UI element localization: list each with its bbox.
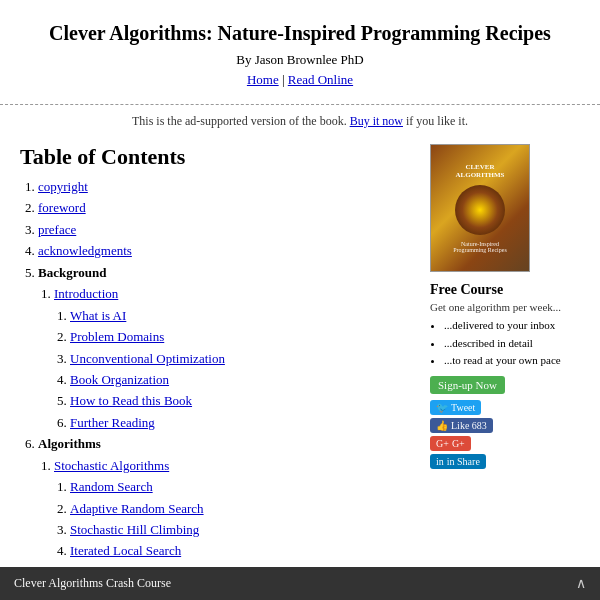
list-item: Random Search bbox=[70, 476, 420, 497]
crash-course-bar[interactable]: Clever Algorithms Crash Course ∧ bbox=[0, 567, 600, 600]
list-item: How to Read this Book bbox=[70, 390, 420, 411]
nav-links: Home | Read Online bbox=[20, 72, 580, 88]
share-label: in Share bbox=[447, 456, 480, 467]
home-link[interactable]: Home bbox=[247, 72, 279, 87]
toc-link-preface[interactable]: preface bbox=[38, 222, 76, 237]
share-button[interactable]: in in Share bbox=[430, 454, 486, 469]
toc-link-problem-domains[interactable]: Problem Domains bbox=[70, 329, 164, 344]
free-course-widget: Free Course Get one algorithm per week..… bbox=[430, 282, 590, 394]
free-course-heading: Free Course bbox=[430, 282, 590, 298]
buy-now-link[interactable]: Buy it now bbox=[350, 114, 403, 128]
book-cover-title: CLEVERALGORITHMS bbox=[453, 161, 506, 182]
toc-link-further-reading[interactable]: Further Reading bbox=[70, 415, 155, 430]
list-item: Introduction What is AI Problem Domains … bbox=[54, 283, 420, 433]
gplus-button[interactable]: G+ G+ bbox=[430, 436, 471, 451]
list-item: Background Introduction What is AI Probl… bbox=[38, 262, 420, 434]
free-course-intro: Get one algorithm per week... bbox=[430, 301, 590, 313]
free-course-bullets: ...delivered to your inbox ...described … bbox=[430, 317, 590, 370]
toc-section: Table of Contents copyright foreword pre… bbox=[20, 144, 420, 600]
like-button[interactable]: 👍 Like 683 bbox=[430, 418, 493, 433]
list-item: Problem Domains bbox=[70, 326, 420, 347]
crash-course-label: Clever Algorithms Crash Course bbox=[14, 576, 171, 591]
page-title: Clever Algorithms: Nature-Inspired Progr… bbox=[20, 20, 580, 46]
list-item: Adaptive Random Search bbox=[70, 498, 420, 519]
toc-link-introduction[interactable]: Introduction bbox=[54, 286, 118, 301]
toc-link-copyright[interactable]: copyright bbox=[38, 179, 88, 194]
share-icon: in bbox=[436, 456, 444, 467]
gplus-icon: G+ bbox=[436, 438, 449, 449]
toc-link-adaptive-random-search[interactable]: Adaptive Random Search bbox=[70, 501, 204, 516]
book-cover: CLEVERALGORITHMS Nature-InspiredProgramm… bbox=[430, 144, 530, 272]
signup-button[interactable]: Sign-up Now bbox=[430, 376, 505, 394]
gplus-label: G+ bbox=[452, 438, 465, 449]
list-item: Iterated Local Search bbox=[70, 540, 420, 561]
tweet-icon: 🐦 bbox=[436, 402, 448, 413]
list-item: Stochastic Hill Climbing bbox=[70, 519, 420, 540]
list-item: Further Reading bbox=[70, 412, 420, 433]
introduction-list: What is AI Problem Domains Unconventiona… bbox=[54, 305, 420, 434]
chevron-up-icon: ∧ bbox=[576, 575, 586, 592]
ad-text-before: This is the ad-supported version of the … bbox=[132, 114, 347, 128]
list-item: acknowledgments bbox=[38, 240, 420, 261]
toc-link-how-to-read[interactable]: How to Read this Book bbox=[70, 393, 192, 408]
list-item: foreword bbox=[38, 197, 420, 218]
page-wrapper: Clever Algorithms: Nature-Inspired Progr… bbox=[0, 0, 600, 600]
header-divider bbox=[0, 104, 600, 105]
like-label: Like 683 bbox=[451, 420, 487, 431]
toc-link-random-search[interactable]: Random Search bbox=[70, 479, 153, 494]
author-label: By Jason Brownlee PhD bbox=[20, 52, 580, 68]
list-item: ...to read at your own pace bbox=[444, 352, 590, 370]
list-item: ...described in detail bbox=[444, 335, 590, 353]
toc-link-stochastic[interactable]: Stochastic Algorithms bbox=[54, 458, 169, 473]
toc-list: copyright foreword preface acknowledgmen… bbox=[20, 176, 420, 600]
toc-link-book-organization[interactable]: Book Organization bbox=[70, 372, 169, 387]
list-item: copyright bbox=[38, 176, 420, 197]
tweet-button[interactable]: 🐦 Tweet bbox=[430, 400, 481, 415]
toc-link-what-is-ai[interactable]: What is AI bbox=[70, 308, 126, 323]
read-online-link[interactable]: Read Online bbox=[288, 72, 353, 87]
ad-bar: This is the ad-supported version of the … bbox=[0, 109, 600, 134]
list-item: Unconventional Optimization bbox=[70, 348, 420, 369]
list-item: Book Organization bbox=[70, 369, 420, 390]
background-list: Introduction What is AI Problem Domains … bbox=[38, 283, 420, 433]
toc-link-stochastic-hill-climbing[interactable]: Stochastic Hill Climbing bbox=[70, 522, 199, 537]
tweet-label: Tweet bbox=[451, 402, 475, 413]
toc-link-iterated-local-search[interactable]: Iterated Local Search bbox=[70, 543, 181, 558]
sidebar: CLEVERALGORITHMS Nature-InspiredProgramm… bbox=[430, 144, 590, 600]
book-cover-graphic bbox=[455, 185, 505, 235]
section-background: Background bbox=[38, 265, 106, 280]
list-item: ...delivered to your inbox bbox=[444, 317, 590, 335]
list-item: preface bbox=[38, 219, 420, 240]
toc-link-foreword[interactable]: foreword bbox=[38, 200, 86, 215]
section-algorithms: Algorithms bbox=[38, 436, 101, 451]
book-cover-subtitle: Nature-InspiredProgramming Recipes bbox=[451, 239, 509, 255]
toc-link-unconventional-optimization[interactable]: Unconventional Optimization bbox=[70, 351, 225, 366]
ad-text-after: if you like it. bbox=[406, 114, 468, 128]
social-buttons: 🐦 Tweet 👍 Like 683 G+ G+ in in Share bbox=[430, 400, 590, 469]
main-content: Table of Contents copyright foreword pre… bbox=[0, 134, 600, 600]
toc-link-acknowledgments[interactable]: acknowledgments bbox=[38, 243, 132, 258]
toc-heading: Table of Contents bbox=[20, 144, 420, 170]
like-icon: 👍 bbox=[436, 420, 448, 431]
header: Clever Algorithms: Nature-Inspired Progr… bbox=[0, 10, 600, 100]
list-item: What is AI bbox=[70, 305, 420, 326]
